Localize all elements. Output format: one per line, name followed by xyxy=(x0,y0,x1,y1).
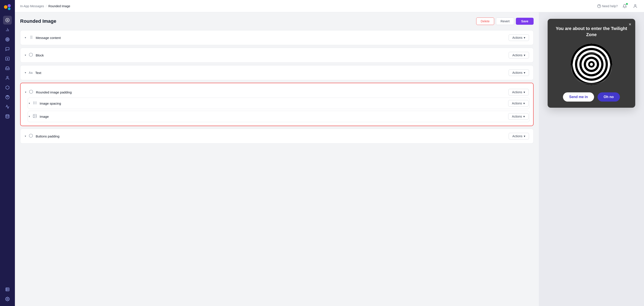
chevron-text[interactable]: ▾ xyxy=(25,71,26,74)
modal-title: You are about to enter the Twilight Zone xyxy=(554,25,629,38)
actions-button-image-spacing[interactable]: Actions ▾ xyxy=(508,100,528,107)
message-content-icon xyxy=(29,35,33,40)
tree-item-left-image: ▾ Image xyxy=(29,114,49,119)
actions-chevron-text-icon: ▾ xyxy=(524,71,525,74)
tree-item-header-block: ▾ Block Actions ▾ xyxy=(20,48,534,62)
sidebar-item-settings[interactable] xyxy=(3,295,12,303)
svg-point-21 xyxy=(7,299,8,300)
sidebar-item-chart[interactable] xyxy=(3,25,12,34)
sidebar-item-target[interactable] xyxy=(3,35,12,44)
sidebar-item-database[interactable] xyxy=(3,112,12,121)
tree-item-left-image-spacing: ▾ Image spacing xyxy=(29,101,61,106)
actions-chevron-icon: ▾ xyxy=(524,36,525,39)
modal-buttons: Send me in Oh no xyxy=(554,92,629,102)
need-help-link[interactable]: Need help? xyxy=(597,4,618,8)
block-label: Block xyxy=(36,53,44,57)
tree-item-left-buttons-padding: ▾ Buttons padding xyxy=(25,134,59,139)
svg-point-0 xyxy=(4,5,8,9)
tree-item-header-text: ▾ Aa Text Actions ▾ xyxy=(20,65,534,80)
left-panel: Rounded Image Delete Revert Save ▾ Messa… xyxy=(15,12,539,306)
actions-chevron-rounded-icon: ▾ xyxy=(524,90,525,94)
sidebar-item-inbox[interactable] xyxy=(3,64,12,73)
svg-point-1 xyxy=(8,4,11,7)
tree-item-image-spacing: ▾ Image spacing Actions ▾ xyxy=(28,98,530,109)
tree-item-header-image-spacing: ▾ Image spacing Actions ▾ xyxy=(28,98,530,109)
svg-point-9 xyxy=(6,38,8,40)
breadcrumb-parent[interactable]: In-App Messages xyxy=(20,4,44,8)
svg-point-47 xyxy=(590,63,593,66)
modal-image-container xyxy=(554,42,629,86)
actions-button-buttons-padding[interactable]: Actions ▾ xyxy=(509,133,529,139)
modal-close-button[interactable]: × xyxy=(629,22,631,27)
page-header: Rounded Image Delete Revert Save xyxy=(20,17,534,25)
header-buttons: Delete Revert Save xyxy=(476,17,534,25)
sidebar-item-messages[interactable] xyxy=(3,45,12,53)
sidebar-item-person-circle[interactable] xyxy=(3,93,12,102)
sidebar-item-cube[interactable] xyxy=(3,83,12,92)
svg-point-24 xyxy=(634,4,636,6)
tree-item-message-content: ▾ Message content Actions ▾ xyxy=(20,30,534,45)
svg-point-14 xyxy=(7,96,8,97)
buttons-padding-icon xyxy=(29,134,33,139)
sidebar-item-terminal[interactable] xyxy=(3,54,12,63)
sidebar-item-table[interactable] xyxy=(3,285,12,294)
content-area: Rounded Image Delete Revert Save ▾ Messa… xyxy=(15,12,644,306)
svg-point-16 xyxy=(6,115,9,116)
delete-button[interactable]: Delete xyxy=(476,17,494,25)
actions-button-message-content[interactable]: Actions ▾ xyxy=(509,34,529,41)
image-label: Image xyxy=(40,115,49,118)
tree-item-buttons-padding: ▾ Buttons padding Actions ▾ xyxy=(20,129,534,144)
topnav: In-App Messages / Rounded Image Need hel… xyxy=(15,0,644,12)
send-me-in-button[interactable]: Send me in xyxy=(563,92,594,102)
revert-button[interactable]: Revert xyxy=(496,17,514,25)
oh-no-button[interactable]: Oh no xyxy=(598,92,620,102)
tree-item-header-image: ▾ Image Actions ▾ xyxy=(28,111,530,122)
tree-item-left-rounded: ▾ Rounded image padding xyxy=(25,89,72,95)
message-content-label: Message content xyxy=(36,36,61,40)
svg-point-35 xyxy=(34,115,34,116)
svg-point-3 xyxy=(6,18,10,22)
need-help-label: Need help? xyxy=(602,4,618,8)
svg-point-10 xyxy=(7,39,8,40)
sidebar-item-dashboard[interactable] xyxy=(3,16,12,24)
image-spacing-icon xyxy=(33,101,37,106)
image-icon xyxy=(33,114,37,119)
app-logo[interactable] xyxy=(3,3,12,11)
svg-point-2 xyxy=(8,7,10,10)
tree-item-left: ▾ Message content xyxy=(25,35,61,40)
chevron-buttons-padding[interactable]: ▾ xyxy=(25,135,26,138)
chevron-image[interactable]: ▾ xyxy=(29,115,30,118)
actions-button-image[interactable]: Actions ▾ xyxy=(508,113,528,120)
actions-button-rounded-image-padding[interactable]: Actions ▾ xyxy=(508,89,529,95)
highlighted-rounded-image-padding: ▾ Rounded image padding Actions ▾ xyxy=(20,83,534,126)
actions-chevron-block-icon: ▾ xyxy=(524,53,525,57)
tree-item-text: ▾ Aa Text Actions ▾ xyxy=(20,65,534,80)
breadcrumb: In-App Messages / Rounded Image xyxy=(20,4,70,8)
text-label: Text xyxy=(35,71,42,75)
rounded-image-padding-header: ▾ Rounded image padding Actions ▾ xyxy=(24,87,530,98)
actions-chevron-spacing-icon: ▾ xyxy=(523,102,525,105)
svg-rect-17 xyxy=(6,288,9,291)
tree-item-block: ▾ Block Actions ▾ xyxy=(20,48,534,63)
user-avatar-icon[interactable] xyxy=(632,3,639,10)
tree-item-header-message-content: ▾ Message content Actions ▾ xyxy=(20,30,534,45)
chevron-image-spacing[interactable]: ▾ xyxy=(29,102,30,105)
tree-item-left-text: ▾ Aa Text xyxy=(25,71,41,75)
notification-dot xyxy=(626,3,628,5)
actions-button-text[interactable]: Actions ▾ xyxy=(509,69,529,76)
sidebar-item-users[interactable] xyxy=(3,73,12,82)
save-button[interactable]: Save xyxy=(516,18,534,25)
chevron-message-content[interactable]: ▾ xyxy=(25,36,26,39)
chevron-rounded-image-padding[interactable]: ▾ xyxy=(25,91,26,94)
notifications-icon[interactable] xyxy=(621,3,628,10)
rounded-image-padding-icon xyxy=(29,89,33,95)
actions-button-block[interactable]: Actions ▾ xyxy=(509,52,529,58)
topnav-actions: Need help? xyxy=(597,3,639,10)
sidebar-item-activity[interactable] xyxy=(3,102,12,111)
block-icon xyxy=(29,52,33,58)
svg-point-4 xyxy=(7,20,8,21)
chevron-block[interactable]: ▾ xyxy=(25,54,26,57)
sidebar xyxy=(0,0,15,306)
spiral-image xyxy=(570,42,613,86)
main-area: In-App Messages / Rounded Image Need hel… xyxy=(15,0,644,306)
